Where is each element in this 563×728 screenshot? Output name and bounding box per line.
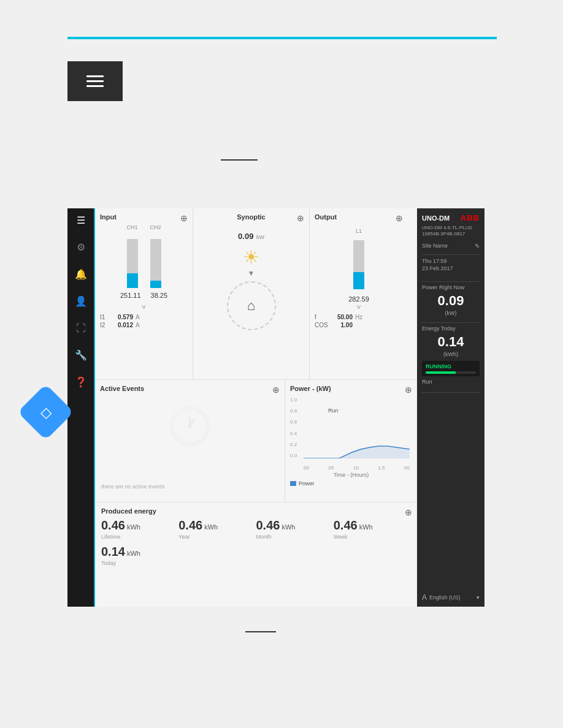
main-content: Input ⊕ CH1 CH2 <box>95 208 417 607</box>
cos-row: COS 1.00 <box>315 322 403 328</box>
right-divider-1 <box>422 254 480 255</box>
top-panels-row: Input ⊕ CH1 CH2 <box>95 208 417 380</box>
i1-unit: A <box>136 314 140 320</box>
device-model: UNO-DM 4.6-TL-PLUS10854B-3P4B-0817 <box>422 225 480 238</box>
x-label-0: 00 <box>304 465 309 471</box>
sidebar-item-tools[interactable]: 🔧 <box>72 348 90 363</box>
y-label-0: 1.0 <box>290 397 297 403</box>
language-row[interactable]: A English (US) ▾ <box>422 593 480 602</box>
energy-today-right-value: 0.14 <box>422 334 480 350</box>
right-divider-3 <box>422 322 480 323</box>
energy-week: 0.46 kWh Week <box>334 518 411 540</box>
cos-value: 1.00 <box>331 322 353 328</box>
ch2-label: CH2 <box>150 224 161 230</box>
datetime: Thu 17:5923 Feb 2017 <box>422 257 480 273</box>
language-text: English (US) <box>429 594 461 601</box>
input-voltage-ch2: 38.25 <box>151 292 168 299</box>
arrow-down-icon: ▼ <box>248 269 255 278</box>
input-panel-expand[interactable]: ⊕ <box>180 213 188 223</box>
i2-value: 0.012 <box>111 322 133 328</box>
energy-year-unit: kWh <box>204 523 218 531</box>
energy-values-row: 0.46 kWh Lifetime 0.46 kWh Year 0.46 kWh <box>101 518 411 540</box>
freq-row: f 50.00 Hz <box>315 314 403 320</box>
language-icon: A <box>422 593 427 602</box>
ch2-bar-wrapper <box>150 239 161 288</box>
input-panel-title: Input <box>100 213 188 221</box>
sidebar-item-menu[interactable]: ☰ <box>74 213 88 228</box>
page-indicator-bottom <box>245 631 276 632</box>
synoptic-power-unit: kW <box>256 234 264 240</box>
edit-icon[interactable]: ✎ <box>475 243 480 249</box>
energy-today-value: 0.14 <box>101 545 125 559</box>
output-panel-expand[interactable]: ⊕ <box>396 213 403 223</box>
sidebar-item-network[interactable]: ⛶ <box>74 321 88 336</box>
sidebar-item-user[interactable]: 👤 <box>72 294 90 309</box>
site-name-label: Site Name <box>422 243 448 249</box>
input-bars <box>100 233 188 288</box>
status-bar <box>426 371 476 374</box>
input-channels: CH1 CH2 <box>100 224 188 230</box>
sidebar-item-settings[interactable]: ⚙ <box>74 240 88 255</box>
power-expand[interactable]: ⊕ <box>405 385 412 395</box>
right-header: UNO-DM ABB <box>422 213 480 222</box>
output-bar <box>315 234 403 289</box>
input-current-rows: I1 0.579 A I2 0.012 A <box>100 314 188 328</box>
dashboard-container: ☰ ⚙ 🔔 👤 ⛶ 🔧 ❓ Input ⊕ CH1 CH2 <box>67 208 484 607</box>
chart-canvas <box>304 397 410 458</box>
sidebar-item-help[interactable]: ❓ <box>72 375 90 390</box>
run-state: Run <box>422 379 480 385</box>
power-panel-title: Power - (kW) <box>290 385 412 392</box>
diamond-button[interactable]: ◇ <box>18 384 74 441</box>
y-label-1: 0.8 <box>290 408 297 414</box>
power-panel: Power - (kW) ⊕ 1.0 0.8 0.6 0.4 0.2 0.0 <box>285 380 417 502</box>
synoptic-panel: Synoptic ⊕ 0.09 kW ☀ ▼ ⌂ <box>193 208 310 379</box>
energy-lifetime-val-row: 0.46 kWh <box>101 518 178 533</box>
output-bar-wrapper <box>353 240 364 289</box>
i1-label: I1 <box>100 314 109 320</box>
legend-label: Power <box>299 480 315 487</box>
output-voltage-val-row: 282.59 <box>315 293 403 304</box>
sidebar: ☰ ⚙ 🔔 👤 ⛶ 🔧 ❓ <box>67 208 95 607</box>
hamburger-button[interactable] <box>67 61 123 101</box>
cos-label: COS <box>315 322 328 328</box>
power-now-label: Power Right Now <box>422 284 480 290</box>
status-bar-container: RUNNING <box>422 361 480 376</box>
energy-lifetime-value: 0.46 <box>101 518 125 533</box>
ch1-bar-bg <box>127 239 138 288</box>
status-bar-fill <box>426 371 456 374</box>
clock-watermark: 🕐 <box>167 404 213 448</box>
energy-today-val-row: 0.14 kWh <box>101 545 411 559</box>
energy-expand[interactable]: ⊕ <box>405 507 412 517</box>
energy-lifetime-period: Lifetime <box>101 534 178 540</box>
energy-month-period: Month <box>256 534 334 540</box>
energy-today-label: Energy Today <box>422 325 480 332</box>
events-panel-title: Active Events <box>100 385 280 392</box>
i1-row: I1 0.579 A <box>100 314 188 320</box>
output-voltage-unit: V <box>315 304 403 310</box>
energy-week-unit: kWh <box>359 523 373 531</box>
x-label-2: 10 <box>353 465 359 471</box>
top-accent-bar <box>67 37 497 39</box>
energy-week-period: Week <box>334 534 411 540</box>
sidebar-item-alerts[interactable]: 🔔 <box>72 267 90 282</box>
freq-cos-rows: f 50.00 Hz COS 1.00 <box>315 314 403 328</box>
synoptic-power-value: 0.09 <box>238 232 253 241</box>
y-label-2: 0.6 <box>290 419 297 425</box>
freq-label: f <box>315 314 328 320</box>
input-voltage-ch1: 251.11 <box>120 292 141 299</box>
diamond-icon: ◇ <box>40 404 52 421</box>
status-text: RUNNING <box>426 363 476 370</box>
synoptic-panel-expand[interactable]: ⊕ <box>297 213 304 223</box>
time-label: Time - (Hours) <box>290 472 412 478</box>
energy-today-right-unit: (kWh) <box>422 351 480 357</box>
hamburger-icon <box>86 75 104 87</box>
right-info-panel: UNO-DM ABB UNO-DM 4.6-TL-PLUS10854B-3P4B… <box>417 208 484 607</box>
ch1-bar-fill <box>127 273 138 288</box>
produced-energy-section: Produced energy ⊕ 0.46 kWh Lifetime 0.46… <box>95 502 417 571</box>
y-label-4: 0.2 <box>290 442 297 447</box>
chart-legend: Power <box>290 480 412 487</box>
x-label-1: 05 <box>328 465 334 471</box>
energy-month-val-row: 0.46 kWh <box>256 518 334 533</box>
events-expand[interactable]: ⊕ <box>272 385 280 395</box>
svg-marker-5 <box>304 446 410 458</box>
